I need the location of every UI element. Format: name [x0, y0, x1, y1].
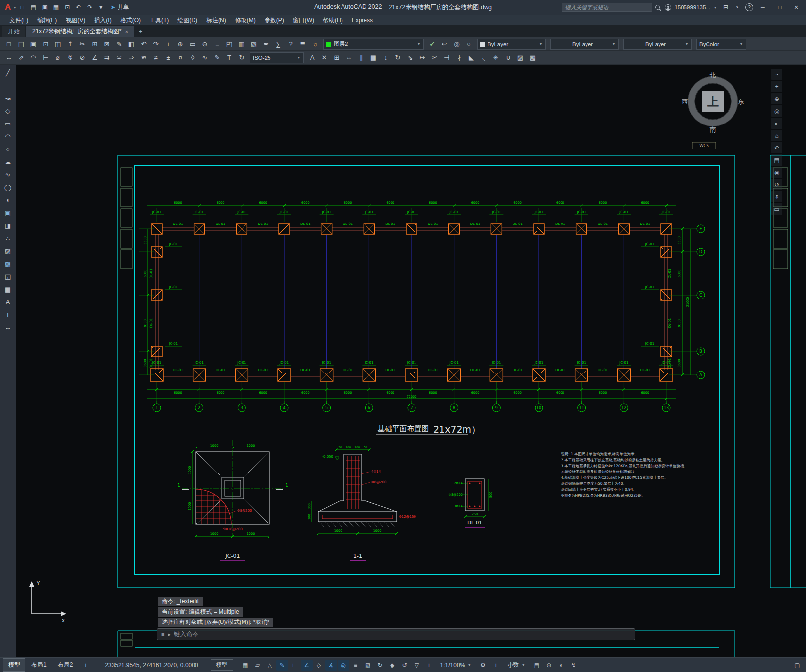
orbit-icon[interactable]: ◎	[771, 105, 782, 117]
fillet-icon[interactable]: ◟	[478, 52, 489, 64]
menu-modify[interactable]: 修改(M)	[231, 15, 260, 25]
autocad-logo[interactable]: A	[3, 2, 13, 12]
menu-format[interactable]: 格式(O)	[116, 15, 145, 25]
polyline-icon[interactable]: ↝	[2, 93, 14, 104]
quick-dimension-icon[interactable]: ⇉	[101, 52, 113, 64]
layout-tab-layout2[interactable]: 布局2	[52, 658, 78, 672]
zoom-previous-icon[interactable]: ⊖	[199, 38, 211, 50]
account-caret-icon[interactable]: ▾	[713, 5, 717, 10]
redo-icon[interactable]: ↷	[84, 2, 95, 13]
copy-icon[interactable]: ⊞	[331, 52, 342, 64]
arc-icon[interactable]: ◠	[2, 131, 14, 142]
dimension-space-icon[interactable]: ≋	[138, 52, 149, 64]
text-style-icon[interactable]: A	[306, 52, 318, 64]
set-current-layer-icon[interactable]: ✔	[426, 38, 438, 50]
menu-view[interactable]: 视图(V)	[61, 15, 90, 25]
command-line[interactable]: ≡ ▸	[157, 628, 635, 640]
detail-dl01[interactable]: 2Φ14Φ8@2003Φ14500250DL-01	[449, 477, 493, 527]
object-color-combo[interactable]: ByLayer ▾	[477, 39, 546, 50]
baseline-dimension-icon[interactable]: ≍	[113, 52, 125, 64]
chamfer-icon[interactable]: ◣	[465, 52, 477, 64]
wcs-chip[interactable]: WCS	[692, 142, 716, 149]
gradient-icon[interactable]: ▩	[527, 52, 538, 64]
ellipse-icon[interactable]: ◯	[2, 182, 14, 193]
plot-preview-icon[interactable]: ◫	[52, 38, 64, 50]
show-motion-icon[interactable]: ▸	[771, 118, 782, 129]
stretch-icon[interactable]: ↦	[416, 52, 428, 64]
text-tool-icon[interactable]: A	[2, 297, 14, 308]
detail-jc01[interactable]: 11Φ8@2009Φ18@200100010001000100010001000…	[177, 440, 288, 561]
close-button[interactable]: ✕	[789, 1, 803, 14]
free-orbit-icon[interactable]: ◉	[771, 167, 782, 178]
layer-previous-icon[interactable]: ↩	[439, 38, 450, 50]
clean-screen-icon[interactable]: ▢	[791, 660, 803, 671]
dimension-text-edit-icon[interactable]: T	[223, 52, 235, 64]
sheet-set-manager-icon[interactable]: ▧	[248, 38, 260, 50]
properties-palette-icon[interactable]: ≡	[211, 38, 223, 50]
user-avatar-icon[interactable]	[665, 4, 671, 11]
command-customize-icon[interactable]: ≡	[161, 631, 164, 637]
menu-tools[interactable]: 工具(T)	[145, 15, 173, 25]
pan-icon[interactable]: +	[162, 38, 174, 50]
selection-cycling-icon[interactable]: ↻	[374, 660, 386, 671]
aligned-dimension-icon[interactable]: ⇗	[15, 52, 27, 64]
markup-icon[interactable]: ✒	[260, 38, 272, 50]
rectangle-icon[interactable]: ▭	[2, 118, 14, 129]
ordinate-dimension-icon[interactable]: ⊢	[40, 52, 51, 64]
dimstyle-combo[interactable]: ISO-25 ▾	[250, 52, 304, 63]
tab-active-document[interactable]: 21x72米钢结构厂房的全套结构图* ×	[26, 26, 134, 37]
help-icon[interactable]: ?	[285, 38, 296, 50]
offset-icon[interactable]: ∥	[355, 52, 367, 64]
object-snap-tracking-icon[interactable]: ∡	[325, 660, 337, 671]
hardware-acceleration-icon[interactable]: ↯	[567, 660, 579, 671]
plotstyle-combo[interactable]: ByColor ▾	[696, 39, 746, 50]
polygon-icon[interactable]: ◇	[2, 105, 14, 117]
open-file-icon[interactable]: ▤	[28, 2, 39, 13]
menu-edit[interactable]: 编辑(E)	[33, 15, 61, 25]
polar-tracking-icon[interactable]: ∠	[301, 660, 313, 671]
zoom-window-icon[interactable]: ▭	[187, 38, 198, 50]
notifications-bell-icon[interactable]: ◔	[732, 2, 742, 13]
dimension-break-icon[interactable]: ≠	[150, 52, 162, 64]
revision-cloud-icon[interactable]: ☁	[2, 156, 14, 168]
quick-properties-icon[interactable]: ▤	[531, 660, 542, 671]
jogged-linear-icon[interactable]: ∿	[199, 52, 211, 64]
grid-display-icon[interactable]: ▦	[240, 660, 251, 671]
dynamic-input-icon[interactable]: ✎	[276, 660, 288, 671]
logo-caret-icon[interactable]: ▾	[13, 5, 17, 10]
copy-clip-icon[interactable]: ⊞	[89, 38, 100, 50]
zoom-extents-icon[interactable]: ▭	[771, 203, 782, 215]
lock-ui-icon[interactable]: ⊙	[543, 660, 555, 671]
account-name[interactable]: 1505999135...	[674, 4, 710, 10]
pan-hand-icon[interactable]: +	[771, 81, 782, 92]
paste-clip-icon[interactable]: ⊠	[101, 38, 113, 50]
named-views-icon[interactable]: ▤	[771, 154, 782, 166]
hatch-tool-icon[interactable]: ▨	[2, 246, 14, 257]
redo-icon[interactable]: ↷	[150, 38, 162, 50]
mtext-icon[interactable]: T	[2, 309, 14, 321]
app-store-icon[interactable]: ⊟	[720, 2, 731, 13]
tab-start[interactable]: 开始	[2, 26, 25, 37]
menu-file[interactable]: 文件(F)	[5, 15, 33, 25]
add-annotation-scales-icon[interactable]: +	[490, 660, 502, 671]
zoom-realtime-icon[interactable]: ⊕	[174, 38, 186, 50]
mirror-icon[interactable]: ⇔	[343, 52, 355, 64]
dimension-update-icon[interactable]: ↻	[236, 52, 247, 64]
object-snap-icon[interactable]: ◎	[338, 660, 349, 671]
menu-insert[interactable]: 插入(I)	[90, 15, 116, 25]
selection-filter-icon[interactable]: ▽	[411, 660, 423, 671]
navigation-wheel-icon[interactable]: ◔	[771, 69, 782, 80]
qnew-icon[interactable]: □	[3, 38, 15, 50]
move-icon[interactable]: ↕	[380, 52, 391, 64]
join-icon[interactable]: ∪	[502, 52, 514, 64]
foundation-plan-drawing[interactable]: JC-01JC-01JC-01JC-01JC-01JC-01JC-01JC-01…	[16, 65, 806, 657]
minimize-button[interactable]: ─	[756, 1, 770, 14]
tolerance-icon[interactable]: ±	[162, 52, 174, 64]
qsave-icon[interactable]: ▣	[39, 2, 50, 13]
undo-icon[interactable]: ↶	[138, 38, 149, 50]
layout-tab-model[interactable]: 模型	[3, 658, 25, 672]
inspection-icon[interactable]: ◊	[187, 52, 198, 64]
menu-dimension[interactable]: 标注(N)	[202, 15, 231, 25]
table-icon[interactable]: ▦	[2, 284, 14, 295]
maximize-button[interactable]: □	[773, 1, 786, 14]
